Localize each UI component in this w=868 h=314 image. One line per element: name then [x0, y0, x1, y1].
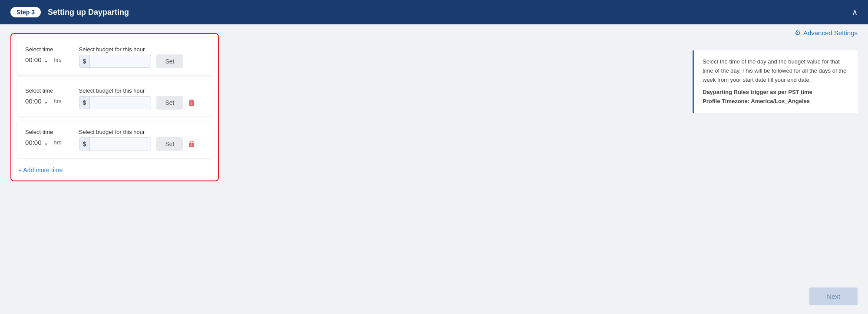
set-button-3[interactable]: Set: [156, 137, 183, 151]
time-value-3: 00:00: [25, 139, 42, 146]
page-wrapper: Step 3 Setting up Dayparting ∧ Select ti…: [0, 0, 868, 314]
next-button[interactable]: Next: [809, 287, 858, 305]
chevron-down-icon-3[interactable]: ⌄: [43, 139, 49, 146]
dollar-sign-1: $: [79, 55, 90, 67]
left-panel: Select time 00:00 ⌄ hrs Select budget fo…: [10, 33, 219, 305]
select-time-label-3: Select time: [25, 129, 62, 135]
gear-icon: ⚙: [795, 29, 801, 37]
set-button-2[interactable]: Set: [156, 96, 183, 110]
budget-section-1: Select budget for this hour $ Set: [79, 46, 183, 68]
budget-section-2: Select budget for this hour $ Set 🗑: [79, 87, 196, 110]
time-row-card-2: Select time 00:00 ⌄ hrs Select budget fo…: [17, 80, 213, 117]
budget-input-1[interactable]: [90, 55, 151, 67]
time-select-2[interactable]: 00:00 ⌄: [25, 97, 49, 105]
info-description: Select the time of the day and the budge…: [703, 57, 849, 84]
header: Step 3 Setting up Dayparting ∧: [0, 0, 868, 24]
row-inputs-2: 00:00 ⌄ hrs: [25, 97, 62, 105]
hrs-label-1: hrs: [54, 57, 62, 63]
budget-label-3: Select budget for this hour: [79, 129, 196, 135]
time-select-1[interactable]: 00:00 ⌄: [25, 56, 49, 63]
budget-label-1: Select budget for this hour: [79, 46, 183, 53]
time-row-card-1: Select time 00:00 ⌄ hrs Select budget fo…: [17, 39, 213, 75]
dollar-sign-3: $: [79, 138, 90, 150]
budget-label-2: Select budget for this hour: [79, 87, 196, 94]
time-select-3[interactable]: 00:00 ⌄: [25, 139, 49, 146]
advanced-settings-area: ⚙ Advanced Settings: [795, 29, 858, 37]
budget-input-2[interactable]: [90, 97, 151, 109]
dayparting-container: Select time 00:00 ⌄ hrs Select budget fo…: [10, 33, 219, 181]
hrs-label-3: hrs: [54, 139, 62, 146]
header-title: Setting up Dayparting: [48, 8, 129, 17]
dayparting-rule-text: Dayparting Rules trigger as per PST time: [703, 88, 849, 97]
dollar-sign-2: $: [79, 97, 90, 109]
row-inputs-1: 00:00 ⌄ hrs: [25, 56, 62, 63]
chevron-down-icon-2[interactable]: ⌄: [43, 98, 49, 105]
budget-section-3: Select budget for this hour $ Set 🗑: [79, 129, 196, 151]
select-time-label-2: Select time: [25, 87, 62, 94]
delete-icon-3[interactable]: 🗑: [188, 140, 196, 149]
main-content: Select time 00:00 ⌄ hrs Select budget fo…: [0, 24, 868, 314]
budget-input-3[interactable]: [90, 138, 151, 150]
select-time-label-1: Select time: [25, 46, 62, 53]
header-left: Step 3 Setting up Dayparting: [10, 7, 129, 17]
add-more-time-link[interactable]: + Add more time: [17, 163, 213, 175]
collapse-icon[interactable]: ∧: [852, 7, 858, 17]
budget-input-wrapper-1: $: [79, 55, 152, 68]
right-info-panel: Select the time of the day and the budge…: [693, 50, 858, 113]
profile-timezone-text: Profile Timezone: America/Los_Angeles: [703, 97, 849, 106]
advanced-settings-link[interactable]: Advanced Settings: [803, 29, 858, 37]
step-badge: Step 3: [10, 7, 41, 17]
hrs-label-2: hrs: [54, 98, 62, 104]
budget-input-wrapper-3: $: [79, 137, 152, 150]
chevron-down-icon-1[interactable]: ⌄: [43, 57, 49, 63]
time-row-card-3: Select time 00:00 ⌄ hrs Select budget fo…: [17, 122, 213, 158]
row-inputs-3: 00:00 ⌄ hrs: [25, 139, 62, 146]
budget-input-wrapper-2: $: [79, 96, 152, 109]
time-value-1: 00:00: [25, 56, 42, 63]
time-value-2: 00:00: [25, 97, 42, 105]
delete-icon-2[interactable]: 🗑: [188, 98, 196, 107]
set-button-1[interactable]: Set: [156, 54, 183, 68]
